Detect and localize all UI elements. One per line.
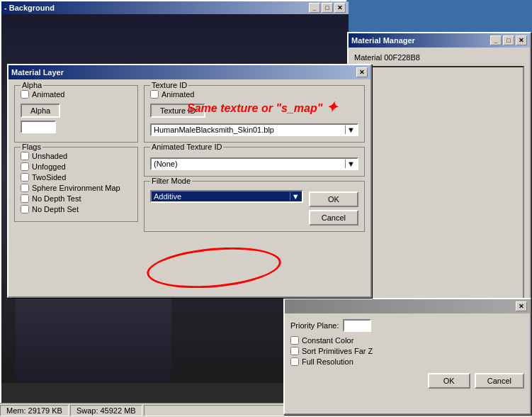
ok-button[interactable]: OK <box>309 191 358 207</box>
alpha-button[interactable]: Alpha <box>21 104 60 118</box>
mat-layer-btns: ✕ <box>356 67 368 77</box>
mat-layer-title-bar[interactable]: Material Layer ✕ <box>9 65 370 79</box>
full-resolution-label: Full Resolution <box>302 357 353 366</box>
animated-texture-value: (None) <box>154 160 345 168</box>
flag-sphere-cb[interactable] <box>21 184 29 192</box>
status-swap: Swap: 45922 MB <box>70 405 142 416</box>
flag-no-depth-set-label: No Depth Set <box>32 205 79 213</box>
misc-panel: ✕ Priority Plane: 0 Constant Color Sort … <box>283 298 531 415</box>
animated-texture-dropdown[interactable]: (None) ▼ <box>150 157 358 170</box>
texture-animated-row: Animated <box>150 90 358 99</box>
misc-title-bar: ✕ <box>285 299 530 313</box>
texture-dropdown[interactable]: HumanMaleBlacksmith_Skin01.blp ▼ <box>150 123 358 136</box>
status-mem: Mem: 29179 KB <box>0 405 69 416</box>
priority-input[interactable]: 0 <box>343 319 371 332</box>
texture-animated-label: Animated <box>162 90 194 99</box>
mm-close-btn[interactable]: ✕ <box>516 35 527 45</box>
filter-mode-label: Filter Mode <box>150 177 192 185</box>
alpha-animated-row: Animated <box>21 90 132 99</box>
mat-layer-content: Alpha Animated Alpha 1 Texture ID Animat… <box>9 79 370 242</box>
misc-ok-btn[interactable]: OK <box>428 373 470 389</box>
flag-no-depth-set-cb[interactable] <box>21 205 29 213</box>
mat-manager-title: Material Manager <box>351 36 415 45</box>
full-resolution-cb[interactable] <box>290 357 299 366</box>
filter-mode-selected: Additive <box>154 192 290 201</box>
flag-unshaded-label: Unshaded <box>32 152 67 160</box>
flag-sphere-env: Sphere Environment Map <box>21 184 132 192</box>
priority-label: Priority Plane: <box>290 321 339 330</box>
filter-dropdown-arrow[interactable]: ▼ <box>290 192 300 201</box>
red-star: ✦ <box>326 99 338 115</box>
bg-close-btn[interactable]: ✕ <box>334 3 346 13</box>
flag-no-depth-test-label: No Depth Test <box>32 194 81 203</box>
mat-manager-title-bar[interactable]: Material Manager _ □ ✕ <box>349 33 530 48</box>
ok-cancel-group: OK Cancel <box>309 190 358 226</box>
mat-layer-title: Material Layer <box>11 68 64 77</box>
full-resolution-row: Full Resolution <box>290 357 524 366</box>
sort-primitives-cb[interactable] <box>290 347 299 355</box>
ml-close-btn[interactable]: ✕ <box>356 67 368 77</box>
cancel-button[interactable]: Cancel <box>309 210 358 226</box>
flag-unfogged: Unfogged <box>21 162 132 171</box>
animated-texture-row: Flags Unshaded Unfogged TwoSided <box>14 147 365 232</box>
mm-maximize-btn[interactable]: □ <box>503 35 514 45</box>
flag-unshaded: Unshaded <box>21 152 132 160</box>
texture-id-group: Texture ID Animated Texture ID Same text… <box>144 85 365 143</box>
bg-minimize-btn[interactable]: _ <box>309 3 320 13</box>
sort-primitives-row: Sort Primitives Far Z <box>290 347 524 355</box>
priority-row: Priority Plane: 0 <box>290 319 524 332</box>
texture-id-label: Texture ID <box>150 81 188 89</box>
flag-no-depth-set: No Depth Set <box>21 205 132 213</box>
misc-close-btn[interactable]: ✕ <box>516 301 527 311</box>
texture-animated-checkbox[interactable] <box>150 90 159 99</box>
flag-unfogged-cb[interactable] <box>21 162 29 171</box>
misc-cancel-btn[interactable]: Cancel <box>475 373 524 389</box>
constant-color-cb[interactable] <box>290 336 299 345</box>
annotation-text: Same texture or "s_map" ✦ <box>187 99 338 116</box>
flags-side: Flags Unshaded Unfogged TwoSided <box>14 147 138 232</box>
right-side: Animated Texture ID (None) ▼ Filter Mode… <box>144 147 365 232</box>
misc-ok-cancel: OK Cancel <box>290 373 524 389</box>
constant-color-label: Constant Color <box>302 336 353 345</box>
flag-sphere-label: Sphere Environment Map <box>32 184 120 192</box>
alpha-value-input[interactable]: 1 <box>21 121 56 133</box>
sort-primitives-label: Sort Primitives Far Z <box>302 347 373 355</box>
flag-no-depth-test: No Depth Test <box>21 194 132 203</box>
filter-mode-row: Additive ▼ OK Cancel <box>150 190 358 226</box>
alpha-group: Alpha Animated Alpha 1 <box>14 85 138 143</box>
flag-unshaded-cb[interactable] <box>21 152 29 160</box>
material-layer-dialog: Material Layer ✕ Alpha Animated Alpha 1 … <box>7 64 372 298</box>
filter-dropdown-container: Additive ▼ <box>150 190 303 203</box>
flag-twosided-label: TwoSided <box>32 173 66 182</box>
flag-twosided: TwoSided <box>21 173 132 182</box>
alpha-group-label: Alpha <box>21 81 43 89</box>
animated-texture-label: Animated Texture ID <box>150 143 223 151</box>
flags-group: Flags Unshaded Unfogged TwoSided <box>14 147 138 222</box>
bg-title: - Background <box>4 4 55 12</box>
constant-color-row: Constant Color <box>290 336 524 345</box>
filter-mode-group: Filter Mode Additive ▼ OK Cancel <box>144 181 365 232</box>
bg-maximize-btn[interactable]: □ <box>322 3 333 13</box>
alpha-animated-label: Animated <box>32 90 64 99</box>
flag-no-depth-test-cb[interactable] <box>21 194 29 203</box>
texture-dropdown-arrow-btn[interactable]: ▼ <box>345 126 355 134</box>
bg-title-buttons: _ □ ✕ <box>309 3 346 13</box>
flag-unfogged-label: Unfogged <box>32 162 66 171</box>
mm-minimize-btn[interactable]: _ <box>490 35 502 45</box>
flags-label: Flags <box>21 143 43 151</box>
alpha-animated-checkbox[interactable] <box>21 90 29 99</box>
bg-title-bar[interactable]: - Background _ □ ✕ <box>1 1 349 14</box>
mat-manager-subtitle: Material 00F228B8 <box>354 53 524 62</box>
texture-dropdown-value: HumanMaleBlacksmith_Skin01.blp <box>154 126 345 134</box>
filter-mode-dropdown[interactable]: Additive ▼ <box>150 190 303 203</box>
misc-close-btns: ✕ <box>516 301 527 311</box>
misc-content: Priority Plane: 0 Constant Color Sort Pr… <box>285 313 530 394</box>
top-row: Alpha Animated Alpha 1 Texture ID Animat… <box>14 85 365 143</box>
red-circle-highlight <box>145 243 283 293</box>
flag-twosided-cb[interactable] <box>21 173 29 182</box>
mat-manager-btns: _ □ ✕ <box>490 35 527 45</box>
animated-texture-group: Animated Texture ID (None) ▼ <box>144 147 365 177</box>
animated-dropdown-arrow[interactable]: ▼ <box>345 160 355 168</box>
